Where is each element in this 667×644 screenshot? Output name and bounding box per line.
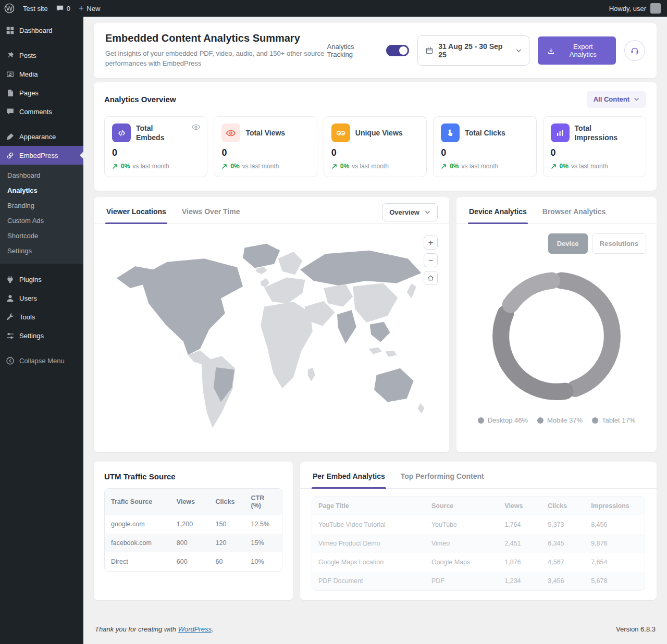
column-header: Views — [498, 497, 541, 515]
analytics-tracking-label: Analytics Tracking — [327, 43, 381, 58]
zoom-out-button[interactable]: − — [424, 253, 438, 267]
trend-up-icon — [441, 163, 447, 169]
tab-viewer-locations[interactable]: Viewer Locations — [105, 201, 167, 224]
sidebar-item-dashboard[interactable]: Dashboard — [0, 21, 83, 40]
legend-dot — [478, 417, 484, 424]
date-range-picker[interactable]: 31 Aug 25 - 30 Sep 25 — [417, 35, 529, 66]
table-row: Vimeo Product DemoVimeo2,4516,3459,876 — [312, 534, 645, 553]
resolutions-view-button[interactable]: Resolutions — [592, 233, 646, 254]
embedpress-icon — [5, 151, 15, 160]
sidebar-item-embedpress[interactable]: EmbedPress — [0, 146, 83, 165]
code-icon — [112, 123, 131, 142]
new-label: New — [87, 5, 100, 13]
embedpress-submenu: Dashboard Analytics Branding Custom Ads … — [0, 165, 83, 264]
admin-footer: Thank you for creating with WordPress. V… — [94, 600, 657, 633]
legend-item-desktop[interactable]: Desktop 46% — [478, 416, 528, 424]
wrench-icon — [5, 312, 15, 321]
main-content: Embedded Content Analytics Summary Get i… — [83, 17, 667, 644]
minus-icon: − — [428, 256, 433, 265]
sidebar-item-collapse-menu[interactable]: Collapse Menu — [0, 351, 83, 370]
zoom-in-button[interactable]: + — [424, 236, 438, 250]
sidebar-item-appearance[interactable]: Appearance — [0, 127, 83, 146]
sidebar-item-comments[interactable]: Comments — [0, 102, 83, 121]
legend-item-mobile[interactable]: Mobile 37% — [537, 416, 583, 424]
howdy-menu[interactable]: Howdy, user — [609, 5, 646, 13]
tab-device-analytics[interactable]: Device Analytics — [468, 201, 528, 224]
wordpress-link[interactable]: WordPress — [178, 625, 212, 633]
sidebar-item-media[interactable]: Media — [0, 65, 83, 83]
column-header: Source — [425, 497, 498, 515]
page-title: Embedded Content Analytics Summary — [105, 32, 327, 44]
sidebar-item-tools[interactable]: Tools — [0, 307, 83, 326]
column-header: Clicks — [541, 497, 585, 515]
dashboard-icon — [5, 26, 15, 35]
export-analytics-button[interactable]: Export Analytics — [538, 36, 616, 65]
sidebar-item-users[interactable]: Users — [0, 289, 83, 307]
new-content-button[interactable]: + New — [79, 4, 100, 13]
sidebar-item-settings[interactable]: Settings — [0, 326, 83, 345]
admin-sidebar: Dashboard Posts Media Pages Comments App… — [0, 17, 83, 644]
tab-top-performing-content[interactable]: Top Performing Content — [400, 466, 485, 488]
column-header: Page Title — [312, 497, 425, 515]
utm-traffic-card: UTM Traffic Source Trafic Source Views C… — [94, 462, 293, 600]
admin-bar: Test site 0 + New Howdy, user — [0, 0, 667, 17]
trend-up-icon — [331, 163, 338, 169]
analytics-tracking-toggle[interactable] — [386, 45, 409, 56]
trend-up-icon — [112, 163, 118, 169]
pushpin-icon — [5, 51, 15, 60]
table-row: YouTube Video TutorialYouTube1,7645,3738… — [312, 515, 645, 534]
device-legend: Desktop 46% Mobile 37% Tablet 17% — [456, 410, 657, 430]
map-mode-dropdown[interactable]: Overview — [382, 203, 438, 221]
content-filter-dropdown[interactable]: All Content — [587, 91, 646, 108]
device-analytics-card: Device Analytics Browser Analytics Devic… — [456, 197, 657, 452]
avatar[interactable] — [650, 3, 661, 14]
sliders-icon — [5, 331, 15, 340]
download-icon — [547, 47, 555, 55]
page-header-card: Embedded Content Analytics Summary Get i… — [94, 23, 657, 78]
tab-browser-analytics[interactable]: Browser Analytics — [541, 201, 607, 224]
comment-count: 0 — [67, 5, 70, 13]
sidebar-item-plugins[interactable]: Plugins — [0, 270, 83, 289]
wordpress-logo-icon[interactable] — [4, 3, 15, 14]
headset-icon — [630, 46, 639, 55]
tab-views-over-time[interactable]: Views Over Time — [181, 201, 241, 224]
submenu-item-settings[interactable]: Settings — [0, 243, 83, 258]
sidebar-item-posts[interactable]: Posts — [0, 46, 83, 65]
reset-view-button[interactable] — [424, 271, 438, 285]
utm-table: Trafic Source Views Clicks CTR (%) googl… — [105, 489, 282, 571]
eye-icon — [221, 123, 240, 142]
stat-card-total-embeds: Total Embeds 0 0% vs last month — [104, 116, 207, 177]
sidebar-item-pages[interactable]: Pages — [0, 83, 83, 102]
site-name-label: Test site — [23, 5, 48, 13]
comments-icon — [5, 107, 15, 116]
plus-icon: + — [428, 239, 433, 247]
brush-icon — [5, 132, 15, 141]
support-button[interactable] — [624, 40, 645, 61]
pages-icon — [5, 88, 15, 97]
legend-item-tablet[interactable]: Tablet 17% — [592, 416, 635, 424]
plugin-icon — [5, 275, 15, 284]
tab-per-embed-analytics[interactable]: Per Embed Analytics — [312, 466, 386, 488]
stat-card-total-impressions: Total Impressions 0 0% vs last month — [543, 116, 646, 177]
comments-shortcut[interactable]: 0 — [56, 5, 70, 13]
trend-up-icon — [551, 163, 557, 169]
version-label: Version 6.8.3 — [616, 625, 656, 633]
submenu-item-branding[interactable]: Branding — [0, 198, 83, 213]
tap-icon — [441, 123, 460, 142]
table-row: Google Maps LocationGoogle Maps1,8764,56… — [312, 553, 645, 572]
submenu-item-analytics[interactable]: Analytics — [0, 183, 83, 198]
submenu-item-dashboard[interactable]: Dashboard — [0, 168, 83, 183]
device-view-button[interactable]: Device — [548, 233, 588, 254]
device-donut-chart — [486, 265, 627, 407]
home-icon — [427, 275, 434, 281]
submenu-item-custom-ads[interactable]: Custom Ads — [0, 213, 83, 228]
eye-icon[interactable] — [191, 123, 201, 131]
submenu-item-shortcode[interactable]: Shortcode — [0, 228, 83, 243]
site-name-link[interactable]: Test site — [23, 5, 48, 13]
stat-card-total-clicks: Total Clicks 0 0% vs last month — [433, 116, 536, 177]
stat-card-total-views: Total Views 0 0% vs last month — [214, 116, 317, 177]
table-row: Direct6006010% — [105, 552, 282, 571]
world-map[interactable] — [103, 231, 440, 446]
per-embed-analytics-card: Per Embed Analytics Top Performing Conte… — [300, 462, 657, 600]
trend-up-icon — [221, 163, 228, 169]
